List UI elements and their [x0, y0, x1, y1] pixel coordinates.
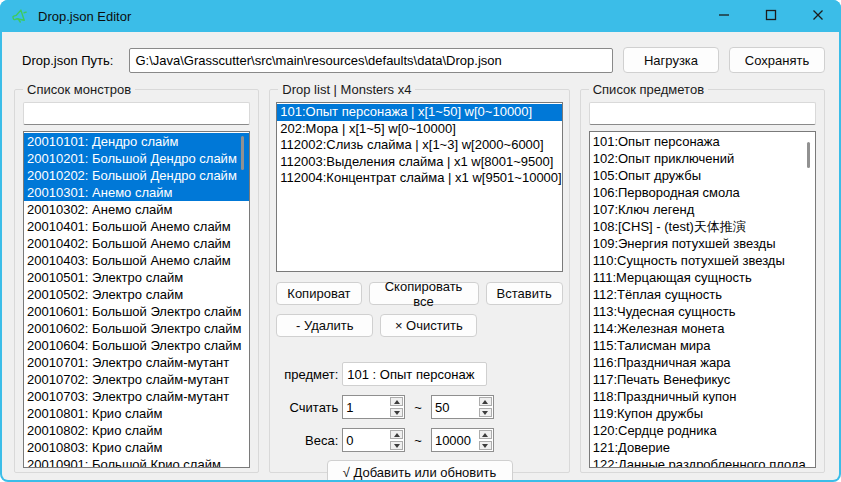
weight-min-input[interactable] — [343, 429, 389, 451]
item-list-item[interactable]: 111:Мерцающая сущность — [590, 269, 815, 286]
save-button[interactable]: Сохранять — [729, 47, 825, 73]
item-list-item[interactable]: 115:Талисман мира — [590, 337, 815, 354]
monster-list-item[interactable]: 20010901: Большой Крио слайм — [24, 456, 249, 468]
monster-list-item[interactable]: 20010501: Электро слайм — [24, 269, 249, 286]
spin-up-button[interactable] — [479, 430, 492, 439]
item-list-item[interactable]: 107:Ключ легенд — [590, 201, 815, 218]
weight-row: Веса: ~ — [276, 428, 562, 452]
weight-max-spinner[interactable] — [431, 428, 494, 452]
monster-list-item[interactable]: 20010601: Большой Электро слайм — [24, 303, 249, 320]
monsters-panel: Список монстров 20010101: Дендро слайм20… — [14, 89, 259, 473]
arrow-up-icon — [394, 400, 400, 404]
monster-list-item[interactable]: 20010101: Дендро слайм — [24, 133, 249, 150]
monster-list-item[interactable]: 20010301: Анемо слайм — [24, 184, 249, 201]
arrow-down-icon — [482, 411, 488, 415]
count-min-spin-buttons — [389, 396, 404, 418]
item-list-item[interactable]: 120:Сердце родника — [590, 422, 815, 439]
path-input[interactable] — [129, 48, 613, 73]
spin-down-button[interactable] — [479, 441, 492, 450]
count-min-input[interactable] — [343, 396, 389, 418]
drop-list-item[interactable]: 202:Мора | x[1~5] w[0~10000] — [277, 121, 561, 138]
drop-panel: Drop list | Monsters x4 101:Опыт персона… — [269, 89, 569, 473]
item-field[interactable] — [342, 362, 487, 386]
path-label: Drop.json Путь: — [22, 53, 113, 68]
item-list-item[interactable]: 113:Чудесная сущность — [590, 303, 815, 320]
monster-list[interactable]: 20010101: Дендро слайм20010201: Большой … — [23, 131, 250, 468]
item-list-item[interactable]: 112:Тёплая сущность — [590, 286, 815, 303]
monster-list-item[interactable]: 20010401: Большой Анемо слайм — [24, 218, 249, 235]
monster-search-input[interactable] — [23, 102, 250, 125]
item-list-item[interactable]: 106:Первородная смола — [590, 184, 815, 201]
copy-all-button[interactable]: Скопировать все — [369, 282, 479, 305]
count-max-spinner[interactable] — [431, 395, 494, 419]
copy-button[interactable]: Копироват — [276, 282, 361, 305]
monster-list-item[interactable]: 20010201: Большой Дендро слайм — [24, 150, 249, 167]
monster-list-item[interactable]: 20010403: Большой Анемо слайм — [24, 252, 249, 269]
monster-list-item[interactable]: 20010502: Электро слайм — [24, 286, 249, 303]
clear-button[interactable]: × Очистить — [380, 314, 477, 337]
monster-list-item[interactable]: 20010801: Крио слайм — [24, 405, 249, 422]
count-label: Считать — [276, 400, 338, 415]
app-window: Drop.json Editor Drop.json Путь: — [0, 0, 841, 482]
monster-list-item[interactable]: 20010702: Электро слайм-мутант — [24, 371, 249, 388]
drop-list-item[interactable]: 112004:Концентрат слайма | x1 w[9501~100… — [277, 170, 561, 187]
load-button[interactable]: Нагрузка — [623, 47, 719, 73]
item-list-item[interactable]: 118:Праздничный купон — [590, 388, 815, 405]
monster-list-item[interactable]: 20010302: Анемо слайм — [24, 201, 249, 218]
count-max-input[interactable] — [432, 396, 478, 418]
monster-list-item[interactable]: 20010402: Большой Анемо слайм — [24, 235, 249, 252]
monster-list-scrollbar[interactable] — [241, 136, 244, 170]
item-list-item[interactable]: 122:Данные раздробленного плода — [590, 456, 815, 468]
monster-list-item[interactable]: 20010802: Крио слайм — [24, 422, 249, 439]
window-title: Drop.json Editor — [38, 9, 131, 24]
drop-list-item[interactable]: 112002:Слизь слайма | x[1~3] w[2000~6000… — [277, 137, 561, 154]
spin-up-button[interactable] — [479, 397, 492, 406]
drop-list-item[interactable]: 101:Опыт персонажа | x[1~50] w[0~10000] — [277, 104, 561, 121]
arrow-up-icon — [482, 400, 488, 404]
minimize-button[interactable] — [700, 0, 747, 32]
monster-list-item[interactable]: 20010803: Крио слайм — [24, 439, 249, 456]
monster-list-item[interactable]: 20010701: Электро слайм-мутант — [24, 354, 249, 371]
maximize-icon — [765, 7, 777, 25]
item-list-item[interactable]: 119:Купон дружбы — [590, 405, 815, 422]
drop-list[interactable]: 101:Опыт персонажа | x[1~50] w[0~10000]2… — [276, 102, 562, 272]
item-list-item[interactable]: 114:Железная монета — [590, 320, 815, 337]
item-list-item[interactable]: 102:Опыт приключений — [590, 150, 815, 167]
weight-max-input[interactable] — [432, 429, 478, 451]
item-list-item[interactable]: 121:Доверие — [590, 439, 815, 456]
arrow-down-icon — [394, 444, 400, 448]
item-search-input[interactable] — [589, 102, 816, 125]
monster-list-item[interactable]: 20010703: Электро слайм-мутант — [24, 388, 249, 405]
item-list-item[interactable]: 116:Праздничная жара — [590, 354, 815, 371]
item-list-item[interactable]: 101:Опыт персонажа — [590, 133, 815, 150]
item-list[interactable]: 101:Опыт персонажа102:Опыт приключений10… — [589, 131, 816, 468]
count-max-spin-buttons — [478, 396, 493, 418]
weight-min-spinner[interactable] — [342, 428, 405, 452]
monster-list-item[interactable]: 20010602: Большой Электро слайм — [24, 320, 249, 337]
item-list-item[interactable]: 117:Печать Венефикус — [590, 371, 815, 388]
spin-down-button[interactable] — [390, 441, 403, 450]
delete-button[interactable]: - Удалить — [276, 314, 373, 337]
item-list-item[interactable]: 109:Энергия потухшей звезды — [590, 235, 815, 252]
weight-range-tilde: ~ — [414, 433, 422, 448]
item-list-scrollbar[interactable] — [807, 142, 810, 168]
spin-down-button[interactable] — [479, 408, 492, 417]
paste-button[interactable]: Вставить — [486, 282, 563, 305]
megaphone-app-icon — [10, 7, 30, 25]
maximize-button[interactable] — [747, 0, 794, 32]
spin-up-button[interactable] — [390, 430, 403, 439]
spin-down-button[interactable] — [390, 408, 403, 417]
add-or-update-button[interactable]: √ Добавить или обновить — [327, 460, 513, 480]
spin-up-button[interactable] — [390, 397, 403, 406]
item-list-item[interactable]: 108:[CHS] - (test)天体推演 — [590, 218, 815, 235]
titlebar[interactable]: Drop.json Editor — [0, 0, 841, 32]
monster-list-item[interactable]: 20010604: Большой Электро слайм — [24, 337, 249, 354]
count-min-spinner[interactable] — [342, 395, 405, 419]
item-label: предмет: — [276, 367, 338, 382]
drop-list-item[interactable]: 112003:Выделения слайма | x1 w[8001~9500… — [277, 154, 561, 171]
arrow-up-icon — [482, 433, 488, 437]
item-list-item[interactable]: 110:Сущность потухшей звезды — [590, 252, 815, 269]
monster-list-item[interactable]: 20010202: Большой Дендро слайм — [24, 167, 249, 184]
item-list-item[interactable]: 105:Опыт дружбы — [590, 167, 815, 184]
close-button[interactable] — [794, 0, 841, 32]
